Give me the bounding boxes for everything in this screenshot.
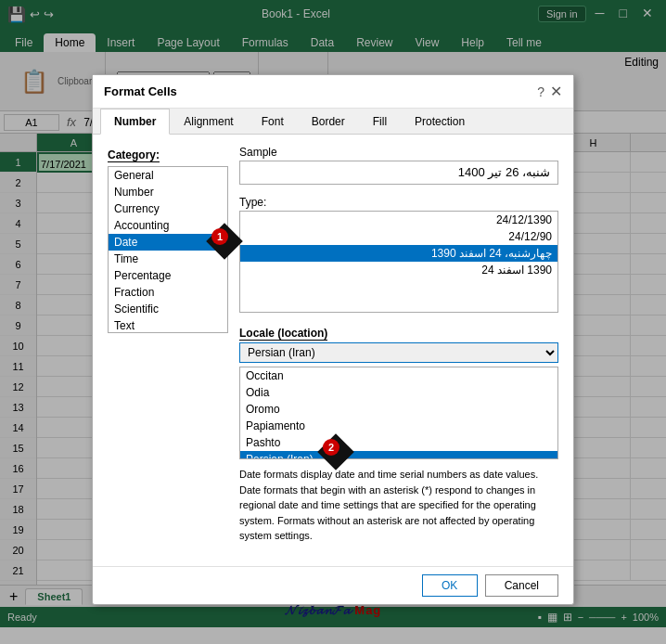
category-time[interactable]: Time [109,251,227,267]
category-general[interactable]: General [109,167,227,184]
format-cells-dialog: Format Cells ? ✕ Number Alignment Font B… [92,74,574,605]
modal-overlay: Format Cells ? ✕ Number Alignment Font B… [0,0,666,644]
type-item-1[interactable]: 24/12/90 [240,228,557,245]
dialog-controls: ? ✕ [537,83,562,100]
type-label: Type: [239,196,558,209]
category-label: Category: [108,148,160,162]
category-currency[interactable]: Currency [109,200,227,217]
dialog-footer: OK Cancel [93,566,573,604]
locale-item-oromo[interactable]: Oromo [240,401,557,418]
locale-label: Locale (location) [239,327,327,341]
dialog-titlebar: Format Cells ? ✕ [93,75,573,109]
cancel-button[interactable]: Cancel [485,574,558,597]
right-panel: Sample شنبه، 26 تیر 1400 Type: 24/12/139… [239,146,558,555]
locale-item-papiamento[interactable]: Papiamento [240,418,557,434]
type-item-0[interactable]: 24/12/1390 [240,212,557,228]
locale-item-persian[interactable]: Persian (Iran) [240,451,557,459]
type-item-3[interactable]: 1390 اسفند 24 [240,262,557,278]
dialog-close-button[interactable]: ✕ [550,83,562,100]
dialog-tab-fill[interactable]: Fill [359,109,401,135]
sample-box: شنبه، 26 تیر 1400 [239,161,558,185]
dialog-tab-number[interactable]: Number [100,109,170,135]
ok-button[interactable]: OK [422,574,478,597]
dialog-tab-border[interactable]: Border [298,109,359,135]
type-item-2[interactable]: چهارشنبه، 24 اسفند 1390 [240,245,557,262]
sample-label: Sample [239,146,558,159]
locale-item-odia[interactable]: Odia [240,384,557,401]
dialog-tab-font[interactable]: Font [248,109,298,135]
category-date[interactable]: Date [109,234,227,251]
category-text[interactable]: Text [109,317,227,333]
category-list[interactable]: General Number Currency Accounting Date … [108,166,228,333]
category-fraction[interactable]: Fraction [109,284,227,301]
category-scientific[interactable]: Scientific [109,301,227,317]
dialog-tab-alignment[interactable]: Alignment [170,109,247,135]
category-section: Category: General Number Currency Accoun… [108,146,228,555]
dialog-tabs: Number Alignment Font Border Fill Protec… [93,109,573,135]
locale-item-occitan[interactable]: Occitan [240,367,557,384]
dialog-title: Format Cells [104,84,177,98]
dialog-body: Category: General Number Currency Accoun… [93,135,573,566]
dialog-tab-protection[interactable]: Protection [401,109,479,135]
category-percentage[interactable]: Percentage [109,267,227,284]
category-accounting[interactable]: Accounting [109,217,227,234]
locale-item-pashto[interactable]: Pashto [240,434,557,451]
locale-select[interactable]: Persian (Iran) [239,342,558,363]
type-list[interactable]: 24/12/1390 24/12/90 چهارشنبه، 24 اسفند 1… [239,211,558,313]
locale-dropdown-container: Persian (Iran) [239,342,558,363]
dialog-help-button[interactable]: ? [537,84,544,99]
category-number[interactable]: Number [109,184,227,200]
locale-list-open[interactable]: Occitan Odia Oromo Papiamento Pashto Per… [239,367,558,459]
description-text: Date formats display date and time seria… [239,467,558,544]
